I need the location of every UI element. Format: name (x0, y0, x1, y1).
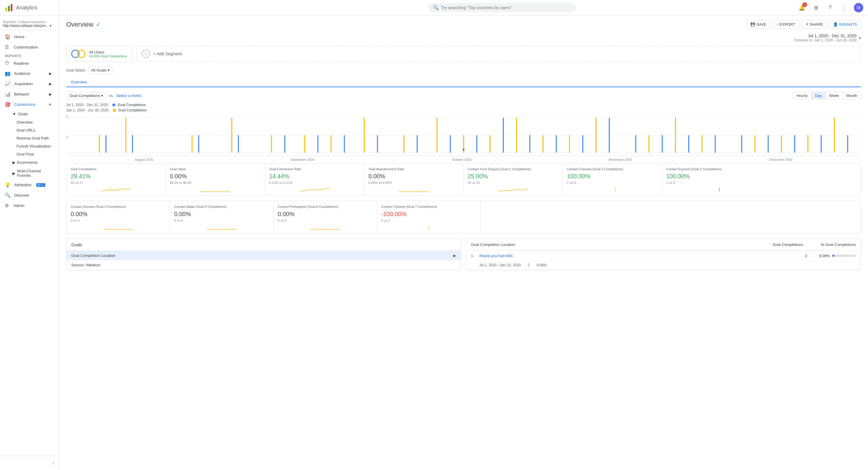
sidebar-item-realtime[interactable]: ⏱ Realtime (0, 58, 57, 68)
attribution-beta-badge: BETA (36, 183, 45, 187)
completion-table-col-headers: Goal Completions % Goal Completions (773, 242, 856, 247)
add-segment-button[interactable]: + + Add Segment (136, 46, 861, 62)
completion-bar-fill-1 (832, 254, 834, 257)
goals-list: Goal Completion Location ▶ Source / Medi… (66, 251, 461, 270)
save-button[interactable]: 💾 SAVE (746, 20, 770, 29)
time-btn-hourly[interactable]: Hourly (793, 92, 811, 99)
sidebar-item-reverse-goal-path[interactable]: Reverse Goal Path (0, 134, 57, 142)
metric-comparison-r2-2: 0 vs 0 (278, 219, 373, 222)
goals-overview-label: Overview (17, 120, 33, 124)
sidebar-item-acquisition[interactable]: 📈 Acquisition ▶ (0, 79, 57, 89)
sidebar-item-attribution[interactable]: 💡 Attribution BETA (0, 180, 57, 190)
metric-card-goal-value: Goal Value 0.00% $0.00 vs $0.00 (166, 163, 265, 196)
sidebar-item-admin[interactable]: ⚙ Admin (0, 200, 57, 211)
completion-row-url-1[interactable]: /thank-you?sid=691 (479, 254, 803, 258)
goals-list-item-completion-location[interactable]: Goal Completion Location ▶ (66, 251, 461, 260)
select-metric-button[interactable]: Select a metric (116, 93, 142, 98)
time-btn-month[interactable]: Month (843, 92, 861, 99)
add-segment-label: + Add Segment (153, 52, 182, 56)
chart-x-labels: August 2020 September 2020 October 2020 … (66, 158, 861, 161)
help-button[interactable]: ? (826, 3, 835, 12)
audience-icon: 👥 (5, 71, 11, 76)
sidebar-item-home-label: Home (14, 35, 25, 39)
app-title: Analytics (16, 5, 37, 11)
time-btn-week[interactable]: Week (826, 92, 843, 99)
sidebar-item-admin-label: Admin (13, 203, 25, 208)
tab-overview[interactable]: Overview (66, 77, 92, 87)
user-avatar[interactable]: M (854, 3, 863, 12)
sidebar-item-goals-overview[interactable]: Overview (0, 118, 57, 126)
sidebar-item-conversions[interactable]: 🎯 Conversions ▼ (0, 99, 57, 110)
content-area: Overview ✓ 💾 SAVE ↑ EXPORT ↗ SHARE 👤 (59, 15, 868, 470)
time-btn-day[interactable]: Day (811, 92, 826, 99)
metric-value-6: 100.00% (666, 173, 757, 180)
export-icon: ↑ (776, 22, 778, 27)
insights-face-icon: 👤 (833, 22, 838, 27)
metric-name-0: Goal Completions (71, 167, 161, 171)
completion-bar-bg-1 (832, 254, 856, 257)
metric-name-r2-0: Contact German (Goal 4 Completions) (71, 205, 165, 209)
chart-controls: Goal Completions ▾ vs. Select a metric H… (66, 92, 861, 99)
segment-circle-orange (77, 50, 86, 58)
sidebar-item-discover[interactable]: 🔍 Discover (0, 190, 57, 200)
completion-row-values-1: 2 9.09% (805, 254, 856, 258)
share-button[interactable]: ↗ SHARE (802, 20, 827, 29)
segment-all-users[interactable]: All Users +0.00% Goal Completions (66, 46, 132, 62)
metric-value-r2-1: 0.00% (174, 211, 269, 218)
sidebar-item-audience[interactable]: 👥 Audience ▶ (0, 68, 57, 79)
sidebar-item-goals[interactable]: ▼ Goals (0, 110, 57, 118)
reverse-goal-path-label: Reverse Goal Path (17, 136, 49, 140)
metric-sparkline-3 (368, 186, 459, 192)
completion-table-title: Goal Completion Location (471, 242, 515, 247)
svg-rect-2 (11, 4, 12, 11)
date-range-dropdown-icon: ▾ (859, 36, 861, 40)
metric-comparison-4: 20 vs 16 (468, 181, 558, 184)
sidebar-item-goal-flow[interactable]: Goal Flow (0, 150, 57, 158)
goals-list-label-0: Goal Completion Location (71, 253, 453, 258)
apps-button[interactable]: ⊞ (811, 3, 821, 12)
goals-list-item-source-medium[interactable]: Source / Medium (66, 260, 461, 270)
metric-goal-completions-button[interactable]: Goal Completions ▾ (66, 92, 106, 99)
metric-card-goal5: Contact Italian (Goal 5 Completions) 0.0… (170, 201, 274, 233)
breadcrumb: BrightSite > Calliope-Interpreters (3, 21, 56, 24)
sidebar-item-customization[interactable]: ☰ Customization (0, 42, 57, 52)
x-label-aug: August 2020 (135, 158, 153, 161)
search-box[interactable]: 🔍 (428, 3, 576, 12)
metric-sparkline-2 (269, 186, 360, 192)
sidebar-item-ecommerce[interactable]: ▶ Ecommerce (0, 158, 57, 167)
metric-sparkline-r2-2 (278, 224, 373, 230)
discover-icon: 🔍 (5, 192, 11, 198)
date-range-selector[interactable]: Jul 1, 2020 - Dec 31, 2020 Compare to: J… (66, 33, 861, 42)
sidebar-item-customization-label: Customization (13, 45, 38, 50)
sidebar-item-home[interactable]: 🏠 Home (0, 32, 57, 42)
sidebar-item-behavior[interactable]: 📊 Behavior ▶ (0, 89, 57, 99)
insights-button[interactable]: 👤 INSIGHTS (829, 20, 861, 29)
url-selector[interactable]: http://www.calliope-interpre... ▾ (3, 24, 56, 28)
sidebar-item-realtime-label: Realtime (13, 61, 29, 66)
metric-comparison-6: 1 vs 0 (666, 181, 757, 184)
legend-date-2: Jan 1, 2020 - Jun 30, 2020: (66, 108, 110, 112)
overview-header: Overview ✓ 💾 SAVE ↑ EXPORT ↗ SHARE 👤 (66, 20, 861, 29)
metric-value-r2-3: -100.00% (381, 211, 476, 218)
metric-name-r2-1: Contact Italian (Goal 5 Completions) (174, 205, 269, 209)
notifications-button[interactable]: 🔔 1 (797, 3, 807, 12)
search-input[interactable] (441, 5, 571, 10)
sidebar-item-funnel-visualization[interactable]: Funnel Visualization (0, 142, 57, 150)
customization-icon: ☰ (5, 44, 10, 50)
segment-circles (71, 50, 86, 58)
metric-card-goal7: Contact Chinese (Goal 7 Completions) -10… (377, 201, 481, 233)
goal-option-selector[interactable]: All Goals ▾ (88, 66, 112, 74)
completion-table-header: Goal Completion Location Goal Completion… (466, 239, 861, 251)
sidebar-collapse-button[interactable]: ‹ (0, 459, 59, 468)
behavior-icon: 📊 (5, 91, 11, 97)
export-button[interactable]: ↑ EXPORT (773, 20, 799, 29)
metric-sparkline-4 (468, 186, 558, 192)
legend-date-1: Jul 1, 2020 - Dec 31, 2020: (66, 103, 109, 107)
sidebar-item-multichannel[interactable]: ▶ Multi-Channel Funnels (0, 167, 57, 180)
sidebar-item-goals-urls[interactable]: Goal URLs (0, 126, 57, 134)
goals-urls-label: Goal URLs (17, 128, 35, 132)
more-button[interactable]: ⋮ (840, 3, 849, 12)
metric-label: Goal Completions (69, 93, 100, 98)
chart-container: 2 1 (66, 115, 861, 156)
svg-rect-0 (5, 8, 7, 11)
